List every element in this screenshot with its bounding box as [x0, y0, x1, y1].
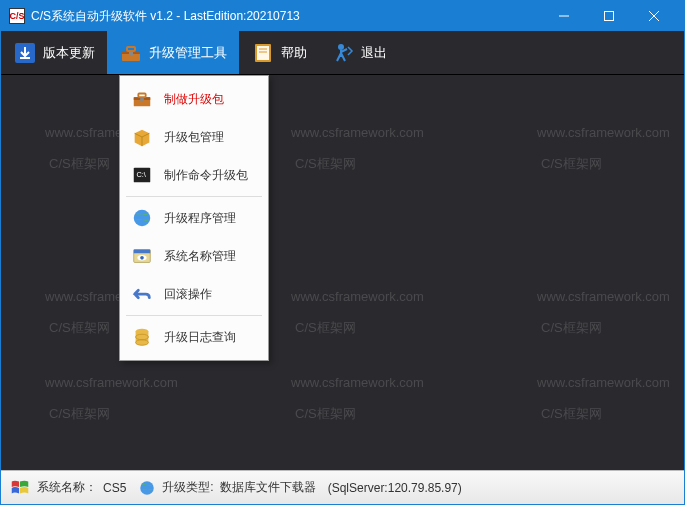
- watermark-url: www.csframework.com: [45, 375, 178, 390]
- toolbar-version-update[interactable]: 版本更新: [1, 31, 107, 74]
- menu-label: 制做升级包: [164, 91, 224, 108]
- book-icon: [251, 41, 275, 65]
- menu-label: 升级日志查询: [164, 329, 236, 346]
- undo-icon: [130, 282, 154, 306]
- watermark-sub: C/S框架网: [49, 319, 110, 337]
- window-title: C/S系统自动升级软件 v1.2 - LastEdition:20210713: [31, 8, 541, 25]
- globe-icon: [138, 479, 156, 497]
- svg-point-24: [140, 256, 144, 260]
- download-icon: [13, 41, 37, 65]
- svg-point-28: [141, 481, 155, 495]
- svg-rect-8: [129, 52, 133, 55]
- status-server: (SqlServer:120.79.85.97): [328, 481, 462, 495]
- menu-label: 系统名称管理: [164, 248, 236, 265]
- svg-point-20: [134, 210, 151, 227]
- menu-label: 制作命令升级包: [164, 167, 248, 184]
- watermark-url: www.csframework.com: [291, 289, 424, 304]
- svg-rect-1: [604, 12, 613, 21]
- watermark-sub: C/S框架网: [295, 319, 356, 337]
- close-button[interactable]: [631, 1, 676, 31]
- svg-text:C:\: C:\: [137, 170, 147, 179]
- exit-icon: [331, 41, 355, 65]
- svg-point-13: [338, 44, 344, 50]
- status-system-label: 系统名称：: [37, 479, 97, 496]
- menu-rollback[interactable]: 回滚操作: [122, 275, 266, 313]
- app-icon: C/S: [9, 8, 25, 24]
- toolbar-label: 升级管理工具: [149, 44, 227, 62]
- box-icon: [130, 125, 154, 149]
- maximize-button[interactable]: [586, 1, 631, 31]
- watermark-url: www.csframework.com: [291, 125, 424, 140]
- svg-rect-22: [134, 250, 151, 254]
- titlebar: C/S C/S系统自动升级软件 v1.2 - LastEdition:20210…: [1, 1, 684, 31]
- menu-log-query[interactable]: 升级日志查询: [122, 318, 266, 356]
- menu-package-manage[interactable]: 升级包管理: [122, 118, 266, 156]
- content-area: www.csframework.com www.csframework.com …: [1, 75, 684, 470]
- terminal-icon: C:\: [130, 163, 154, 187]
- windows-flag-icon: [9, 477, 31, 499]
- svg-rect-10: [257, 46, 269, 60]
- toolbar: 版本更新 升级管理工具 帮助 退出: [1, 31, 684, 75]
- database-icon: [130, 325, 154, 349]
- statusbar: 系统名称： CS5 升级类型: 数据库文件下载器 (SqlServer:120.…: [1, 470, 684, 504]
- watermark-sub: C/S框架网: [295, 405, 356, 423]
- toolbar-help[interactable]: 帮助: [239, 31, 319, 74]
- watermark-url: www.csframework.com: [537, 289, 670, 304]
- toolbar-exit[interactable]: 退出: [319, 31, 399, 74]
- watermark-sub: C/S框架网: [295, 155, 356, 173]
- menu-separator: [126, 196, 262, 197]
- toolbar-label: 帮助: [281, 44, 307, 62]
- menu-system-name[interactable]: 系统名称管理: [122, 237, 266, 275]
- toolbar-label: 退出: [361, 44, 387, 62]
- menu-program-manage[interactable]: 升级程序管理: [122, 199, 266, 237]
- menu-label: 回滚操作: [164, 286, 212, 303]
- menu-separator: [126, 315, 262, 316]
- globe-icon: [130, 206, 154, 230]
- minimize-button[interactable]: [541, 1, 586, 31]
- toolbox-icon: [130, 87, 154, 111]
- menu-label: 升级包管理: [164, 129, 224, 146]
- watermark-url: www.csframework.com: [537, 125, 670, 140]
- menu-make-package[interactable]: 制做升级包: [122, 80, 266, 118]
- watermark-sub: C/S框架网: [541, 155, 602, 173]
- eye-window-icon: [130, 244, 154, 268]
- svg-rect-7: [127, 47, 135, 51]
- status-type-value: 数据库文件下载器: [220, 479, 316, 496]
- watermark-sub: C/S框架网: [49, 155, 110, 173]
- watermark-sub: C/S框架网: [541, 319, 602, 337]
- svg-rect-16: [138, 94, 145, 98]
- upgrade-tools-dropdown: 制做升级包 升级包管理 C:\ 制作命令升级包 升级程序管理: [119, 75, 269, 361]
- toolbar-label: 版本更新: [43, 44, 95, 62]
- watermark-sub: C/S框架网: [49, 405, 110, 423]
- svg-rect-17: [140, 98, 144, 101]
- status-type-label: 升级类型:: [162, 479, 213, 496]
- menu-label: 升级程序管理: [164, 210, 236, 227]
- watermark-url: www.csframework.com: [291, 375, 424, 390]
- status-system-name: CS5: [103, 481, 126, 495]
- toolbar-upgrade-tools[interactable]: 升级管理工具: [107, 31, 239, 74]
- watermark-url: www.csframework.com: [537, 375, 670, 390]
- toolbox-icon: [119, 41, 143, 65]
- menu-command-package[interactable]: C:\ 制作命令升级包: [122, 156, 266, 194]
- watermark-sub: C/S框架网: [541, 405, 602, 423]
